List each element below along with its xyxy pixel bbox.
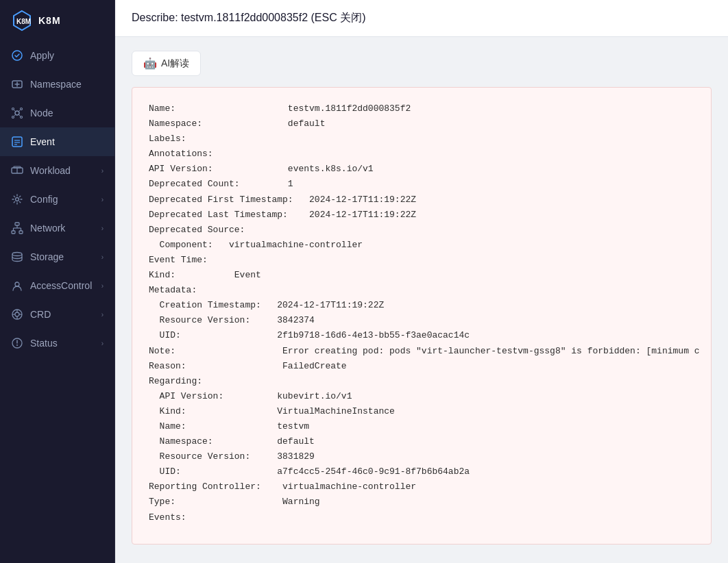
workload-icon [11,164,23,177]
storage-icon [11,251,23,263]
svg-rect-13 [12,137,22,147]
sidebar-item-status[interactable]: Status › [0,329,114,358]
network-chevron-icon: › [101,225,104,232]
crd-chevron-icon: › [101,311,104,318]
sidebar-item-accesscontrol-label: AccessControl [30,280,95,291]
sidebar-item-workload-label: Workload [30,165,95,176]
sidebar-item-storage-label: Storage [30,251,95,262]
svg-point-28 [12,253,22,256]
sidebar-item-network[interactable]: Network › [0,214,114,242]
sidebar-item-node-label: Node [30,108,104,118]
svg-text:K8M: K8M [16,18,31,25]
svg-point-7 [12,116,14,118]
config-chevron-icon: › [101,196,104,203]
status-chevron-icon: › [101,340,104,347]
sidebar-item-config-label: Config [30,194,95,205]
svg-point-8 [21,116,23,118]
sidebar-item-event[interactable]: Event [0,127,114,156]
svg-rect-21 [15,223,19,225]
status-icon [11,337,23,349]
kbm-logo-icon: K8M [11,10,33,32]
node-icon [11,107,23,119]
sidebar-logo: K8M K8M [0,0,114,41]
svg-line-11 [14,114,16,116]
svg-line-9 [14,110,16,112]
sidebar-item-accesscontrol[interactable]: AccessControl › [0,271,114,300]
svg-line-10 [19,110,21,112]
sidebar-item-event-label: Event [30,136,104,147]
svg-point-31 [15,312,19,316]
svg-rect-22 [12,231,15,234]
svg-point-20 [16,198,19,201]
sidebar-item-status-label: Status [30,338,95,349]
accesscontrol-icon [11,279,23,292]
sidebar-item-apply-label: Apply [30,50,104,61]
svg-line-12 [19,114,21,116]
describe-content-panel: Name: testvm.1811f2dd000835f2 Namespace:… [132,87,712,545]
sidebar-item-storage[interactable]: Storage › [0,242,114,271]
namespace-icon [11,78,23,90]
sidebar-item-crd[interactable]: CRD › [0,300,114,329]
svg-point-5 [12,108,14,110]
config-icon [11,193,23,205]
page-title: Describe: testvm.1811f2dd000835f2 (ESC 关… [132,11,366,25]
main-body: 🤖 AI解读 Name: testvm.1811f2dd000835f2 Nam… [115,37,728,563]
sidebar-item-node[interactable]: Node [0,99,114,127]
sidebar-item-namespace-label: Namespace [30,79,104,90]
svg-rect-18 [14,166,21,168]
ai-interpret-button[interactable]: 🤖 AI解读 [132,51,201,76]
main-header: Describe: testvm.1811f2dd000835f2 (ESC 关… [115,0,728,37]
sidebar-item-apply[interactable]: Apply [0,41,114,70]
svg-point-6 [21,108,23,110]
sidebar-item-namespace[interactable]: Namespace [0,70,114,99]
main-content: Describe: testvm.1811f2dd000835f2 (ESC 关… [115,0,728,563]
sidebar-item-crd-label: CRD [30,309,95,320]
sidebar: K8M K8M Apply Namespace [0,0,115,563]
apply-icon [11,49,23,62]
workload-chevron-icon: › [101,167,104,175]
crd-icon [11,308,23,321]
network-icon [11,222,23,234]
svg-point-38 [16,345,18,346]
sidebar-item-workload[interactable]: Workload › [0,156,114,185]
ai-button-icon: 🤖 [143,57,157,70]
event-icon [11,136,23,148]
storage-chevron-icon: › [101,253,104,261]
sidebar-item-network-label: Network [30,223,95,234]
svg-rect-23 [19,231,23,234]
sidebar-item-config[interactable]: Config › [0,185,114,214]
accesscontrol-chevron-icon: › [101,282,104,290]
describe-text: Name: testvm.1811f2dd000835f2 Namespace:… [149,101,694,525]
ai-button-label: AI解读 [161,58,189,70]
svg-point-29 [15,282,19,286]
logo-text: K8M [38,15,61,26]
